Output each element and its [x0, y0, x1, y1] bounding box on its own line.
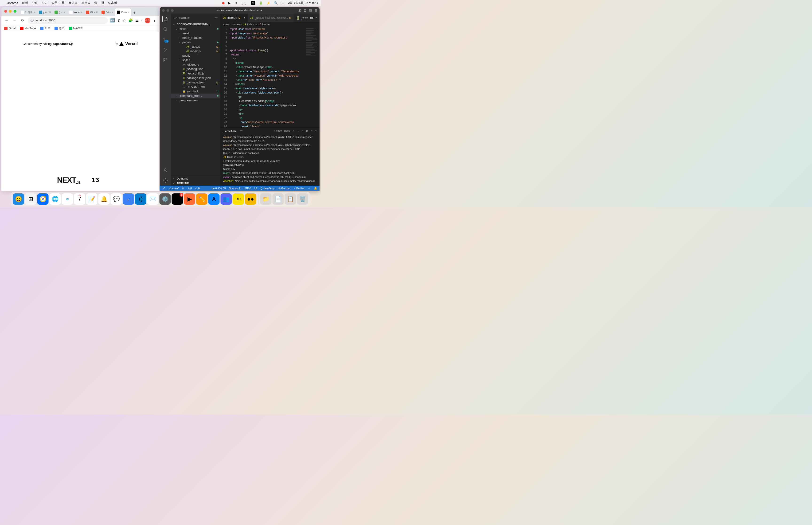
more-icon[interactable]: ⋯: [319, 15, 320, 20]
close-icon[interactable]: ×: [34, 11, 35, 14]
panel-right-icon[interactable]: ◨: [309, 9, 312, 12]
compare-icon[interactable]: ⇄: [310, 15, 313, 20]
dock-extra-0[interactable]: 📁: [260, 193, 272, 205]
bookmark-maps[interactable]: 지도: [40, 26, 50, 30]
star-icon[interactable]: ☆: [123, 18, 126, 22]
tree-item-next-config-js[interactable]: JSnext.config.js: [171, 71, 220, 76]
search-icon[interactable]: 🔍: [274, 1, 278, 5]
tree-item-package-lock-json[interactable]: {}package-lock.json: [171, 76, 220, 80]
play-icon[interactable]: ▶: [228, 1, 231, 5]
terminal-tab[interactable]: TERMINAL: [223, 129, 236, 132]
tree-item-programmers[interactable]: ›programmers: [171, 98, 220, 103]
dock-app-18[interactable]: TALK: [233, 193, 244, 205]
split-terminal-icon[interactable]: ▫: [302, 129, 303, 132]
code-editor[interactable]: 1234567891011121314151617181920212223242…: [220, 27, 320, 127]
go-live-button[interactable]: ⊙ Go Live: [278, 187, 290, 190]
breadcrumb-item[interactable]: class: [223, 23, 230, 26]
record-icon[interactable]: ⬤: [222, 2, 225, 4]
new-tab-button[interactable]: +: [131, 10, 138, 16]
terminal-output[interactable]: warning "@emotion/react > @emotion/babel…: [220, 134, 320, 186]
cursor-position[interactable]: Ln 6, Col 33: [212, 187, 226, 190]
tree-item-freeboard-fron---[interactable]: ›freeboard_fron...: [171, 93, 220, 98]
tree-item-jsconfig-json[interactable]: {}jsconfig.json: [171, 67, 220, 71]
git-branch[interactable]: ⎇ main*: [168, 187, 179, 190]
close-icon[interactable]: ×: [81, 11, 82, 14]
layout-icon[interactable]: ▦: [315, 9, 317, 12]
battery-icon[interactable]: 🔋: [259, 1, 263, 5]
tree-item-index-js[interactable]: JSindex.jsM: [171, 49, 220, 53]
menu-bookmarks[interactable]: 북마크: [68, 1, 78, 5]
split-icon[interactable]: ▫: [315, 16, 317, 20]
extensions-icon[interactable]: [163, 57, 168, 63]
close-window-button[interactable]: [162, 9, 165, 12]
app-name[interactable]: Chrome: [6, 1, 18, 5]
close-icon[interactable]: ×: [243, 16, 245, 19]
close-icon[interactable]: ×: [111, 11, 113, 14]
dock-app-7[interactable]: 🔔: [98, 193, 110, 205]
dock-app-5[interactable]: 72월: [74, 193, 85, 205]
tree-item-README-md[interactable]: ⓘREADME.md: [171, 85, 220, 89]
dock-app-15[interactable]: ✏️: [196, 193, 208, 205]
tab-git1[interactable]: Git -×: [84, 9, 99, 16]
language-mode[interactable]: {} JavaScript: [261, 187, 275, 190]
airdrop-icon[interactable]: ⋮⋮: [241, 1, 247, 5]
timeline-section[interactable]: ›TIMELINE: [171, 181, 220, 186]
dock-app-11[interactable]: ✉️: [147, 193, 158, 205]
menu-help[interactable]: 도움말: [108, 1, 117, 5]
menu-view[interactable]: 보기: [42, 1, 48, 5]
tree-item-yarn-lock[interactable]: 🔒yarn.lockU: [171, 89, 220, 93]
dock-app-17[interactable]: 👥: [220, 193, 232, 205]
dock-app-10[interactable]: ⟨⟩: [135, 193, 147, 205]
dock-app-19[interactable]: ●●: [245, 193, 256, 205]
source-control-icon[interactable]: 12: [163, 37, 168, 42]
tree-item-styles[interactable]: ›styles: [171, 58, 220, 62]
prettier-status[interactable]: ✓ Prettier: [293, 187, 305, 190]
search-icon[interactable]: [163, 26, 168, 32]
tree-item-class[interactable]: ⌄class: [171, 27, 220, 31]
breadcrumb-item[interactable]: pages: [232, 23, 240, 26]
tab-yarn[interactable]: yarn×: [37, 9, 52, 16]
maximize-window-button[interactable]: [171, 9, 174, 12]
tree-item--app-js[interactable]: JS_app.jsM: [171, 44, 220, 49]
tab-git2[interactable]: Git -×: [99, 9, 115, 16]
dock-app-4[interactable]: 🗺️: [62, 193, 73, 205]
account-icon[interactable]: [163, 167, 168, 173]
by-vercel[interactable]: By Vercel: [114, 41, 138, 46]
dock-app-14[interactable]: ▶: [184, 193, 195, 205]
menu-profile[interactable]: 프로필: [81, 1, 90, 5]
profile-avatar[interactable]: 소라: [145, 18, 150, 23]
dock-extra-2[interactable]: 📋: [285, 193, 296, 205]
menu-tab[interactable]: 탭: [94, 1, 97, 5]
indent-setting[interactable]: Spaces: 2: [229, 187, 241, 190]
close-icon[interactable]: ×: [96, 11, 98, 14]
dock-app-0[interactable]: 😀: [13, 193, 24, 205]
wifi-icon[interactable]: ⚡: [266, 1, 270, 5]
terminal-selector[interactable]: ▸ node - class: [274, 129, 290, 132]
dock-app-3[interactable]: 🌐: [49, 193, 61, 205]
tab-create-next-app[interactable]: Crea×: [115, 9, 131, 16]
menu-file[interactable]: 파일: [22, 1, 28, 5]
menu-history[interactable]: 방문 기록: [51, 1, 65, 5]
info-icon[interactable]: ⓘ: [31, 18, 34, 22]
bookmark-naver[interactable]: NAVER: [69, 27, 83, 30]
dock-app-2[interactable]: 🧭: [37, 193, 49, 205]
dock-app-8[interactable]: 💬: [111, 193, 122, 205]
sync-button[interactable]: ⟳: [182, 187, 184, 190]
extensions-icon[interactable]: 🧩: [128, 18, 133, 22]
sidepanel-icon[interactable]: ☰: [135, 18, 139, 22]
tree-item-public[interactable]: ›public: [171, 53, 220, 58]
dock-app-13[interactable]: ▸_1: [172, 193, 183, 205]
tree-item--gitignore[interactable]: ⚙.gitignore: [171, 62, 220, 67]
feedback-icon[interactable]: ☺: [308, 187, 311, 190]
bell-icon[interactable]: 🔔: [314, 187, 317, 190]
share-icon[interactable]: ⇧: [117, 18, 120, 22]
stop-icon[interactable]: ⊙: [234, 1, 237, 5]
reload-button[interactable]: ⟳: [20, 18, 25, 23]
dock-app-1[interactable]: ⊞: [25, 193, 36, 205]
dock-extra-1[interactable]: 📄: [273, 193, 284, 205]
bookmark-youtube[interactable]: YouTube: [20, 27, 36, 30]
close-icon[interactable]: ×: [127, 11, 129, 14]
input-lang[interactable]: 한: [251, 1, 255, 5]
dock-app-9[interactable]: 🖌️: [123, 193, 134, 205]
close-icon[interactable]: ×: [64, 11, 65, 14]
